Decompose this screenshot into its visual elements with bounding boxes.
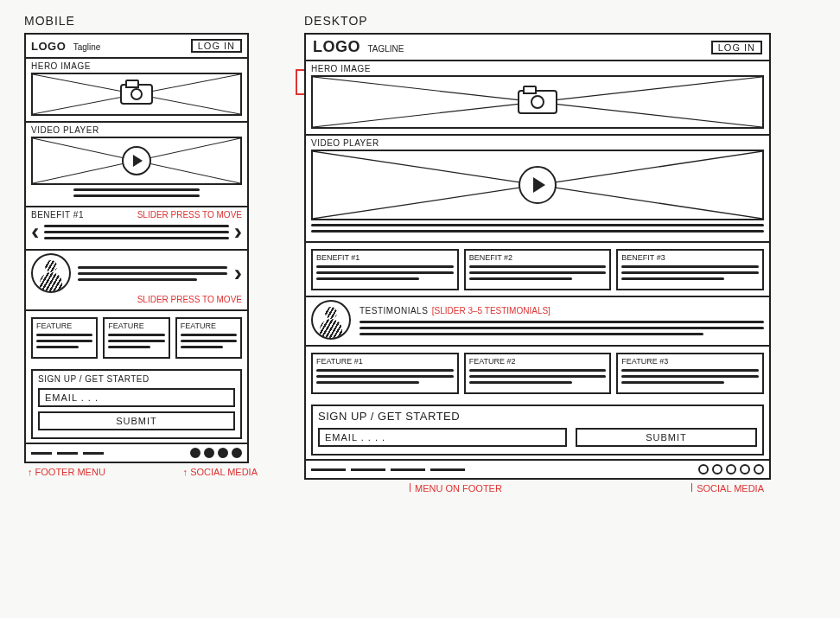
footer-menu-annotation: MENU ON FOOTER: [408, 483, 502, 494]
desktop-frame: LOGO TAGLINE LOG IN HERO IMAGE VIDEO PLA…: [304, 33, 771, 480]
benefits-section: BENEFIT #1BENEFIT #2BENEFIT #3: [306, 241, 769, 296]
social-icon[interactable]: [190, 448, 200, 458]
card-title: FEATURE #3: [621, 357, 759, 366]
login-button[interactable]: LOG IN: [711, 41, 762, 54]
tagline: TAGLINE: [367, 44, 404, 54]
slider-note: SLIDER PRESS TO MOVE: [31, 295, 242, 304]
camera-icon: [120, 84, 153, 105]
card: FEATURE #3: [616, 353, 764, 394]
footer: [306, 459, 769, 478]
hero-label: HERO IMAGE: [311, 64, 764, 73]
features-section: FEATUREFEATUREFEATURE: [26, 309, 247, 364]
card: FEATURE: [175, 317, 242, 359]
footer-menu-item[interactable]: [57, 452, 78, 455]
footer-menu-item[interactable]: [351, 468, 385, 471]
benefit-label: BENEFIT #1: [31, 210, 84, 220]
social-icon[interactable]: [740, 464, 750, 475]
chevron-left-icon[interactable]: ‹: [31, 220, 39, 244]
play-button[interactable]: [519, 166, 557, 204]
signup-title: SIGN UP / GET STARTED: [38, 374, 235, 384]
footer-menu-item[interactable]: [391, 468, 425, 471]
email-field[interactable]: EMAIL . . .: [38, 388, 235, 407]
footer-menu-item[interactable]: [311, 468, 346, 471]
play-icon: [533, 177, 545, 193]
card-title: FEATURE #2: [469, 357, 607, 366]
benefit-slider: BENEFIT #1 SLIDER PRESS TO MOVE ‹ ›: [26, 206, 247, 249]
social-icon[interactable]: [232, 448, 242, 458]
social-icons: [190, 448, 242, 458]
video-label: VIDEO PLAYER: [311, 138, 764, 148]
footer-menu-item[interactable]: [430, 468, 465, 471]
card-title: BENEFIT #3: [621, 253, 759, 262]
video-section: VIDEO PLAYER: [26, 121, 247, 206]
social-icon[interactable]: [726, 464, 736, 475]
play-button[interactable]: [122, 146, 151, 175]
card: FEATURE #1: [311, 353, 459, 394]
avatar-icon: [311, 300, 351, 340]
social-icon[interactable]: [754, 464, 764, 475]
video-section: VIDEO PLAYER: [306, 134, 769, 241]
header: LOGO Tagline LOG IN: [26, 35, 247, 59]
tagline: Tagline: [73, 42, 101, 52]
card-title: FEATURE #1: [316, 357, 454, 366]
avatar-icon: [31, 253, 71, 293]
footer-menu-annotation: ↑ FOOTER MENU: [28, 467, 105, 477]
card-title: FEATURE: [36, 322, 92, 330]
hero-label: HERO IMAGE: [31, 61, 242, 71]
email-field[interactable]: EMAIL . . . .: [318, 428, 567, 447]
signup-section: SIGN UP / GET STARTED EMAIL . . . . SUBM…: [311, 405, 764, 456]
login-button[interactable]: LOG IN: [191, 39, 242, 53]
card: FEATURE #2: [464, 353, 612, 394]
social-icon[interactable]: [204, 448, 214, 458]
submit-button[interactable]: SUBMIT: [38, 411, 235, 430]
testimonials-label: TESTIMONIALS: [360, 306, 428, 315]
video-label: VIDEO PLAYER: [31, 125, 242, 135]
features-section: FEATURE #1FEATURE #2FEATURE #3: [306, 345, 769, 399]
card: BENEFIT #2: [464, 249, 612, 290]
chevron-right-icon[interactable]: ›: [234, 220, 242, 244]
signup-section: SIGN UP / GET STARTED EMAIL . . . SUBMIT: [31, 369, 242, 439]
card-title: BENEFIT #2: [469, 253, 607, 262]
card-title: FEATURE: [181, 322, 237, 330]
testimonials-section: TESTIMONIALS [SLIDER 3–5 TESTIMONIALS]: [306, 296, 769, 345]
social-icon[interactable]: [698, 464, 709, 475]
card: BENEFIT #3: [616, 249, 764, 290]
card-title: BENEFIT #1: [316, 253, 454, 262]
social-annotation: ↑ SOCIAL MEDIA: [183, 467, 258, 477]
logo: LOGO: [31, 40, 66, 53]
social-annotation: SOCIAL MEDIA: [690, 483, 764, 494]
card: FEATURE: [31, 317, 98, 359]
header: LOGO TAGLINE LOG IN: [306, 35, 769, 61]
camera-icon: [518, 90, 557, 114]
testimonials-note: [SLIDER 3–5 TESTIMONIALS]: [432, 306, 550, 315]
logo: LOGO: [313, 38, 360, 55]
social-icon[interactable]: [218, 448, 228, 458]
testimonial-slider: › SLIDER PRESS TO MOVE: [26, 249, 247, 309]
submit-button[interactable]: SUBMIT: [576, 428, 757, 447]
mobile-label: MOBILE: [24, 14, 249, 28]
slider-note: SLIDER PRESS TO MOVE: [137, 210, 242, 220]
footer-menu-item[interactable]: [83, 452, 104, 455]
footer-menu-item[interactable]: [31, 452, 52, 455]
chevron-right-icon[interactable]: ›: [234, 261, 242, 285]
hero-section: HERO IMAGE: [306, 61, 769, 134]
hero-section: HERO IMAGE: [26, 59, 247, 121]
signup-title: SIGN UP / GET STARTED: [318, 410, 757, 423]
footer: [26, 443, 247, 462]
social-icons: [698, 464, 764, 475]
social-icon[interactable]: [712, 464, 722, 475]
card: FEATURE: [103, 317, 169, 359]
card-title: FEATURE: [108, 322, 164, 330]
desktop-label: DESKTOP: [304, 14, 771, 28]
play-icon: [133, 155, 143, 167]
mobile-frame: LOGO Tagline LOG IN HERO IMAGE VIDEO PLA…: [24, 33, 249, 463]
card: BENEFIT #1: [311, 249, 459, 290]
